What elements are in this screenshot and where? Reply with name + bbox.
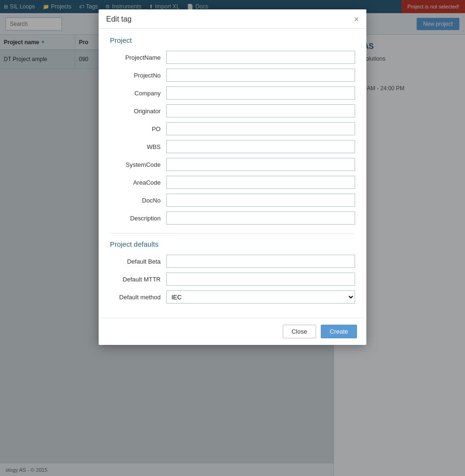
form-row-default-method: Default method IEC MIL PDS	[110, 290, 355, 304]
form-row-description: Description	[110, 211, 355, 225]
close-button[interactable]: Close	[283, 325, 316, 338]
label-area-code: AreaCode	[110, 179, 166, 186]
label-originator: Originator	[110, 108, 166, 115]
label-project-no: ProjectNo	[110, 72, 166, 79]
select-default-method[interactable]: IEC MIL PDS	[166, 290, 355, 304]
input-company[interactable]	[166, 86, 355, 100]
label-default-beta: Default Beta	[110, 258, 166, 265]
form-row-default-beta: Default Beta	[110, 255, 355, 268]
create-button[interactable]: Create	[321, 325, 357, 338]
label-system-code: SystemCode	[110, 161, 166, 168]
form-row-default-mttr: Default MTTR	[110, 273, 355, 286]
input-wbs[interactable]	[166, 140, 355, 153]
input-project-no[interactable]	[166, 69, 355, 82]
input-system-code[interactable]	[166, 158, 355, 171]
modal-close-button[interactable]: ×	[354, 15, 359, 23]
form-row-company: Company	[110, 86, 355, 100]
label-company: Company	[110, 90, 166, 97]
modal-body: Project ProjectName ProjectNo Company Or…	[99, 29, 366, 318]
label-po: PO	[110, 125, 166, 133]
input-description[interactable]	[166, 211, 355, 225]
label-default-method: Default method	[110, 294, 166, 301]
input-project-name[interactable]	[166, 51, 355, 64]
form-row-wbs: WBS	[110, 140, 355, 153]
form-row-originator: Originator	[110, 104, 355, 117]
section-defaults-title: Project defaults	[110, 240, 355, 248]
section-project-title: Project	[110, 36, 355, 44]
form-row-system-code: SystemCode	[110, 158, 355, 171]
form-row-po: PO	[110, 122, 355, 135]
modal-header: Edit tag ×	[99, 9, 366, 29]
modal-title: Edit tag	[106, 15, 132, 23]
label-doc-no: DocNo	[110, 197, 166, 204]
label-project-name: ProjectName	[110, 54, 166, 61]
form-row-project-name: ProjectName	[110, 51, 355, 64]
label-default-mttr: Default MTTR	[110, 276, 166, 283]
input-doc-no[interactable]	[166, 194, 355, 207]
modal-overlay: Edit tag × Project ProjectName ProjectNo…	[0, 0, 465, 476]
modal-dialog: Edit tag × Project ProjectName ProjectNo…	[99, 9, 366, 345]
form-row-project-no: ProjectNo	[110, 69, 355, 82]
input-default-beta[interactable]	[166, 255, 355, 268]
input-area-code[interactable]	[166, 176, 355, 189]
section-divider	[110, 233, 355, 234]
form-row-area-code: AreaCode	[110, 176, 355, 189]
input-originator[interactable]	[166, 104, 355, 117]
input-default-mttr[interactable]	[166, 273, 355, 286]
input-po[interactable]	[166, 122, 355, 135]
label-description: Description	[110, 215, 166, 222]
modal-footer: Close Create	[99, 318, 366, 345]
label-wbs: WBS	[110, 143, 166, 150]
form-row-doc-no: DocNo	[110, 194, 355, 207]
